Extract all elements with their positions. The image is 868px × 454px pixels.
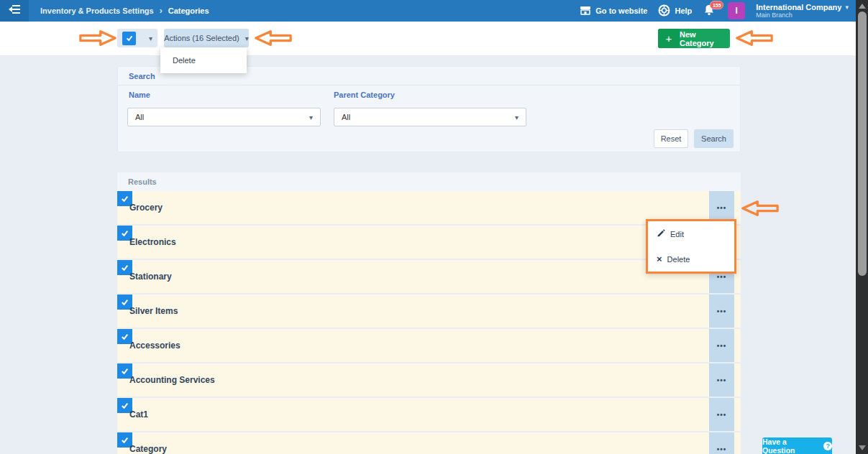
company-name: International Company (756, 3, 841, 12)
notification-count-badge: 155 (710, 1, 723, 9)
category-name: Accounting Services (129, 375, 215, 385)
chevron-down-icon: ▾ (845, 4, 849, 11)
category-row-accounting-services: Accounting Services ••• (117, 363, 741, 397)
category-name: Silver Items (129, 306, 178, 316)
branch-name: Main Branch (756, 11, 849, 19)
have-a-question-button[interactable]: Have a Question ? (762, 437, 832, 454)
caret-down-icon: ▾ (515, 114, 518, 121)
category-row-accessories: Accessories ••• (117, 329, 741, 362)
search-panel-title: Search (129, 72, 155, 80)
plus-icon: + (658, 29, 680, 48)
go-to-website-label: Go to website (595, 6, 647, 15)
caret-down-icon: ▾ (149, 34, 152, 42)
context-edit-item[interactable]: Edit (648, 221, 734, 246)
parent-category-field-label: Parent Category (334, 91, 395, 99)
row-actions-dots-button[interactable]: ••• (709, 398, 734, 431)
category-name: Grocery (129, 203, 163, 213)
have-a-question-label: Have a Question (762, 437, 820, 454)
parent-category-select[interactable]: All ▾ (334, 108, 526, 126)
scroll-up-arrow-icon[interactable] (859, 4, 866, 9)
caret-down-icon: ▾ (309, 114, 313, 121)
parent-category-select-value: All (342, 113, 350, 121)
row-actions-dots-button[interactable]: ••• (709, 363, 734, 397)
help-label: Help (675, 6, 692, 15)
search-button[interactable]: Search (694, 129, 734, 148)
scrollbar-thumb[interactable] (858, 11, 867, 276)
category-name: Category (129, 444, 167, 454)
header-right-group: Go to website Help 155 I International C… (580, 0, 849, 22)
select-all-checkbox[interactable] (122, 32, 136, 45)
top-header: Inventory & Products Settings › Categori… (0, 0, 856, 22)
annotation-arrow-left-row-dots (741, 200, 779, 220)
results-panel: Results Grocery ••• Electronics ••• Stat… (117, 172, 741, 454)
caret-down-icon: ▾ (245, 34, 249, 42)
results-header: Results (117, 172, 741, 191)
category-name: Electronics (129, 237, 176, 247)
categories-page: Inventory & Products Settings › Categori… (0, 0, 868, 454)
category-row-category: Category ••• (117, 432, 741, 454)
results-panel-title: Results (128, 177, 157, 186)
select-all-dropdown[interactable]: ▾ (117, 29, 157, 47)
breadcrumb: Inventory & Products Settings › Categori… (40, 0, 209, 22)
category-name: Stationary (129, 272, 172, 282)
context-edit-label: Edit (670, 230, 684, 238)
category-row-cat1: Cat1 ••• (117, 398, 741, 431)
collapse-menu-button[interactable] (0, 0, 29, 22)
actions-toolbar: ▾ Actions (16 Selected) ▾ Delete + New C… (0, 22, 856, 55)
pencil-icon (657, 229, 665, 239)
row-context-menu: Edit × Delete (646, 219, 736, 274)
row-actions-dots-button[interactable]: ••• (709, 432, 734, 454)
breadcrumb-current: Categories (168, 6, 209, 15)
help-lifering-icon (658, 4, 670, 18)
reset-button[interactable]: Reset (654, 129, 688, 148)
actions-open-menu: Delete (160, 47, 247, 73)
row-actions-dots-button[interactable]: ••• (709, 295, 734, 328)
company-menu[interactable]: International Company ▾ Main Branch (756, 3, 849, 19)
vertical-scrollbar[interactable] (856, 0, 868, 454)
category-name: Cat1 (129, 409, 148, 420)
context-delete-item[interactable]: × Delete (648, 246, 734, 272)
actions-menu-delete-item[interactable]: Delete (173, 56, 196, 65)
new-category-button[interactable]: + New Category (658, 29, 730, 48)
actions-dropdown-button[interactable]: Actions (16 Selected) ▾ (164, 29, 249, 47)
question-mark-icon: ? (823, 442, 832, 450)
category-name: Accessories (129, 340, 181, 351)
close-icon: × (657, 254, 662, 264)
storefront-icon (580, 6, 591, 17)
collapse-menu-icon (8, 4, 21, 17)
row-actions-dots-button[interactable]: ••• (709, 329, 734, 362)
name-field-label: Name (129, 91, 150, 99)
breadcrumb-parent[interactable]: Inventory & Products Settings (40, 6, 154, 15)
category-row-silver-items: Silver Items ••• (117, 295, 741, 328)
notifications-button[interactable]: 155 (703, 3, 717, 19)
chevron-right-icon: › (160, 6, 163, 16)
actions-label: Actions (16 Selected) (164, 34, 239, 42)
avatar[interactable]: I (728, 2, 745, 19)
divider (118, 85, 740, 85)
scroll-down-arrow-icon[interactable] (859, 445, 866, 450)
new-category-label: New Category (680, 29, 730, 48)
context-delete-label: Delete (667, 255, 690, 264)
name-select-value: All (135, 113, 144, 121)
go-to-website-link[interactable]: Go to website (580, 6, 647, 17)
help-link[interactable]: Help (658, 4, 692, 18)
search-panel: Search Name All ▾ Parent Category All ▾ … (117, 66, 741, 152)
name-select[interactable]: All ▾ (127, 108, 321, 126)
